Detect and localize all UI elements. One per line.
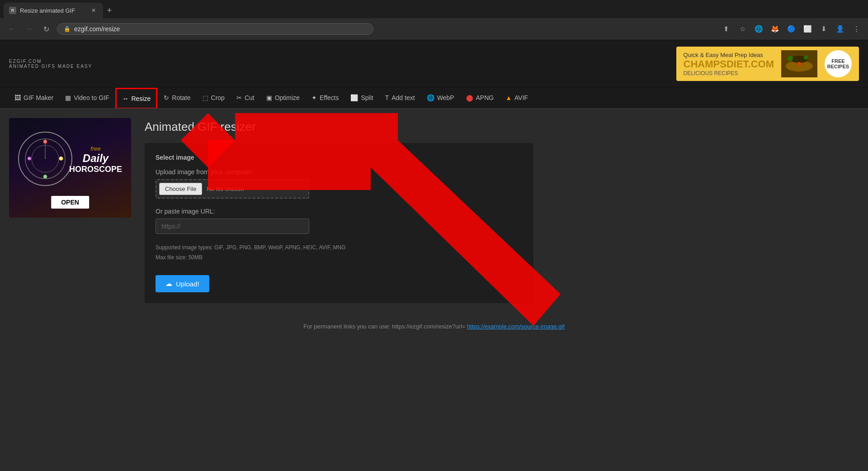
tab-close-button[interactable]: ✕: [90, 6, 98, 14]
ad-title: Quick & Easy Meal Prep Ideas: [684, 52, 774, 58]
site-logo: EZGIF.COM ANIMATED GIFS MADE EASY: [9, 59, 92, 69]
permanent-link-text: For permanent links you can use: https:/…: [303, 323, 465, 330]
lock-icon: 🔒: [64, 26, 71, 32]
nav-label-apng: APNG: [476, 94, 494, 101]
horoscope-ad[interactable]: ♈ ♌ ♎ ♒ ~ free Daily HOROSCOPE OPEN: [9, 118, 131, 218]
ad-badge-line1: FREE: [831, 58, 844, 64]
ad-image: [781, 50, 817, 77]
optimize-icon: ▣: [266, 94, 272, 101]
upload-button[interactable]: ☁ Upload!: [156, 275, 209, 292]
toolbar-icons: ⬆ ☆ 🌐 🦊 🔵 ⬜ ⬇ 👤 ⋮: [720, 23, 863, 35]
upload-label: Upload image from your computer:: [156, 168, 523, 176]
daily-text: Daily: [69, 152, 122, 165]
nav-item-avif[interactable]: ▲ AVIF: [500, 88, 533, 109]
url-bar[interactable]: 🔒 ezgif.com/resize: [57, 23, 373, 35]
permanent-link-footer: For permanent links you can use: https:/…: [0, 314, 868, 339]
video-to-gif-icon: ▦: [65, 94, 71, 101]
permanent-link-example[interactable]: https://example.com/source-image.gif: [467, 323, 565, 330]
file-name-display: No file chosen: [202, 186, 244, 192]
nav-label-crop: Crop: [211, 94, 225, 101]
nav-item-gif-maker[interactable]: 🖼 GIF Maker: [9, 88, 59, 109]
main-content: Animated GIF resizer Select image Upload…: [131, 109, 868, 314]
file-input-wrapper[interactable]: Choose File No file chosen: [156, 179, 309, 199]
form-box: Select image Upload image from your comp…: [145, 143, 533, 303]
split-icon: ⬜: [350, 94, 358, 101]
nav-item-cut[interactable]: ✂ Cut: [231, 88, 260, 109]
nav-item-apng[interactable]: ⬤ APNG: [461, 88, 500, 109]
horoscope-circle: ♈ ♌ ♎ ♒ ~: [18, 132, 72, 186]
nav-item-video-to-gif[interactable]: ▦ Video to GIF: [60, 88, 114, 109]
max-size-text: Max file size: 50MB: [156, 253, 523, 263]
url-input[interactable]: [156, 219, 309, 234]
menu-icon[interactable]: ⋮: [850, 23, 863, 35]
upload-button-label: Upload!: [176, 280, 199, 288]
page-title: Animated GIF resizer: [145, 120, 854, 134]
nav-label-avif: AVIF: [514, 94, 528, 101]
site-header: EZGIF.COM ANIMATED GIFS MADE EASY Quick …: [0, 40, 868, 88]
nav-label-optimize: Optimize: [275, 94, 300, 101]
section-title: Select image: [156, 154, 523, 161]
rotate-icon: ↻: [164, 94, 169, 101]
svg-text:♒: ♒: [27, 156, 32, 161]
content-area: ♈ ♌ ♎ ♒ ~ free Daily HOROSCOPE OPEN: [0, 109, 868, 314]
extension-4-icon[interactable]: ⬜: [801, 23, 814, 35]
profile-icon[interactable]: 👤: [834, 23, 846, 35]
ad-sub: DELICIOUS RECIPES: [684, 70, 774, 76]
address-bar: ← → ↻ 🔒 ezgif.com/resize ⬆ ☆ 🌐 🦊 🔵 ⬜ ⬇ 👤…: [0, 18, 868, 40]
svg-text:~: ~: [44, 157, 46, 159]
nav-item-effects[interactable]: ✦ Effects: [306, 88, 344, 109]
nav-label-add-text: Add text: [392, 94, 415, 101]
svg-point-3: [788, 56, 793, 61]
svg-text:♌: ♌: [59, 156, 63, 161]
ad-badge: FREE RECIPES: [825, 50, 852, 77]
ad-banner[interactable]: Quick & Easy Meal Prep Ideas CHAMPSDIET.…: [676, 47, 859, 81]
page-wrapper: EZGIF.COM ANIMATED GIFS MADE EASY Quick …: [0, 40, 868, 471]
upload-group: Upload image from your computer: Choose …: [156, 168, 523, 199]
download-icon[interactable]: ⬇: [817, 23, 830, 35]
nav-label-cut: Cut: [245, 94, 255, 101]
nav-item-webp[interactable]: 🌐 WebP: [421, 88, 460, 109]
nav-item-optimize[interactable]: ▣ Optimize: [261, 88, 305, 109]
active-tab[interactable]: R Resize animated GIF ✕: [4, 3, 103, 18]
nav-item-split[interactable]: ⬜ Split: [345, 88, 378, 109]
webp-icon: 🌐: [427, 94, 434, 101]
tab-favicon: R: [9, 7, 16, 14]
extension-2-icon[interactable]: 🦊: [769, 23, 781, 35]
add-text-icon: T: [385, 94, 389, 101]
avif-icon: ▲: [505, 94, 512, 101]
upload-icon: ☁: [165, 280, 172, 288]
svg-point-5: [797, 62, 801, 66]
choose-file-button[interactable]: Choose File: [159, 183, 202, 195]
logo-tagline: ANIMATED GIFS MADE EASY: [9, 64, 92, 69]
effects-icon: ✦: [311, 94, 317, 101]
nav-item-resize[interactable]: ↔ Resize: [115, 88, 157, 109]
resize-icon: ↔: [122, 95, 128, 102]
back-button[interactable]: ←: [5, 23, 18, 35]
crop-icon: ⬚: [203, 94, 208, 101]
extension-1-icon[interactable]: 🌐: [752, 23, 765, 35]
nav-label-split: Split: [361, 94, 373, 101]
nav-item-add-text[interactable]: T Add text: [380, 88, 420, 109]
cut-icon: ✂: [236, 94, 242, 101]
free-text: free: [69, 145, 122, 152]
nav-item-rotate[interactable]: ↻ Rotate: [158, 88, 196, 109]
left-sidebar: ♈ ♌ ♎ ♒ ~ free Daily HOROSCOPE OPEN: [0, 109, 131, 314]
new-tab-button[interactable]: +: [103, 4, 116, 17]
reload-button[interactable]: ↻: [40, 23, 52, 35]
ad-badge-line2: RECIPES: [827, 64, 849, 69]
share-icon[interactable]: ⬆: [720, 23, 732, 35]
forward-button[interactable]: →: [23, 23, 35, 35]
nav-label-webp: WebP: [437, 94, 454, 101]
gif-maker-icon: 🖼: [14, 94, 21, 101]
open-button[interactable]: OPEN: [51, 196, 89, 209]
ad-text: Quick & Easy Meal Prep Ideas CHAMPSDIET.…: [684, 52, 774, 76]
nav-item-crop[interactable]: ⬚ Crop: [197, 88, 230, 109]
extension-3-icon[interactable]: 🔵: [785, 23, 797, 35]
tab-bar: R Resize animated GIF ✕ +: [0, 0, 868, 18]
logo-text: EZGIF.COM: [9, 59, 92, 64]
browser-chrome: R Resize animated GIF ✕ + ← → ↻ 🔒 ezgif.…: [0, 0, 868, 40]
svg-point-4: [804, 55, 808, 60]
nav-label-video-to-gif: Video to GIF: [74, 94, 109, 101]
url-label: Or paste image URL:: [156, 208, 523, 215]
bookmark-icon[interactable]: ☆: [736, 23, 749, 35]
